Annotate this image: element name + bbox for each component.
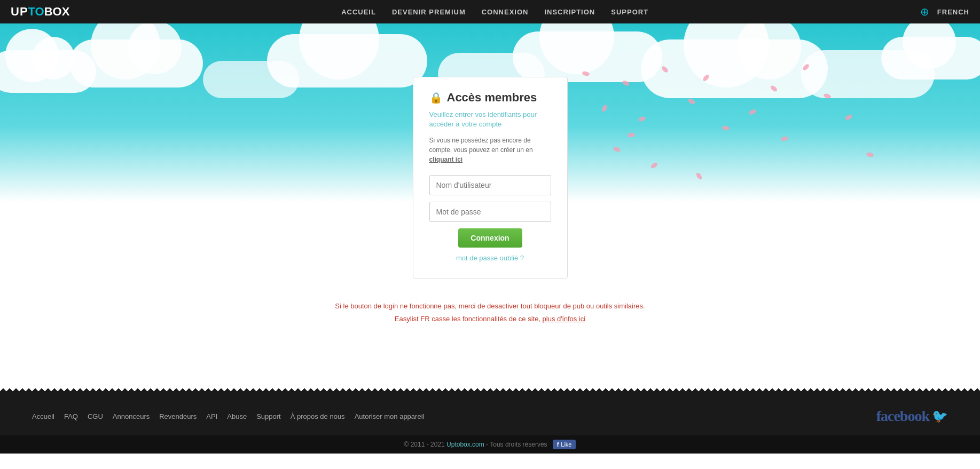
main-content: Si le bouton de login ne fonctionne pas,… [0,279,980,385]
footer-link-revendeurs[interactable]: Revendeurs [159,412,197,420]
cloud-2 [69,39,203,88]
logo: UPTOBOX [11,5,69,19]
petal [601,104,608,113]
nav-connexion[interactable]: CONNEXION [482,8,529,16]
login-desc-pre: Si vous ne possédez pas encore de compte… [429,137,533,154]
cloud-8 [801,50,935,98]
petal [695,172,703,180]
petal [866,152,874,157]
warning-line1: Si le bouton de login ne fonctionne pas,… [0,300,980,312]
cloud-1 [0,50,96,93]
petal [722,125,730,131]
hero-section: 🔒 Accès membres Veuillez entrer vos iden… [0,23,980,279]
petal [780,136,789,141]
copyright-bar: © 2011 - 2021 Uptobox.com - Tous droits … [0,435,980,454]
footer: Accueil FAQ CGU Annonceurs Revendeurs AP… [0,397,980,435]
copyright-text: © 2011 - 2021 Uptobox.com - Tous droits … [404,441,547,448]
petal [702,74,710,82]
footer-link-support[interactable]: Support [256,412,281,420]
petal [844,114,853,121]
footer-link-abuse[interactable]: Abuse [227,412,247,420]
petal [627,132,635,138]
language-label[interactable]: FRENCH [937,8,969,16]
password-input[interactable] [429,202,551,222]
main-nav: ACCUEIL DEVENIR PREMIUM CONNEXION INSCRI… [341,8,648,16]
connexion-button[interactable]: Connexion [458,228,522,248]
nav-accueil[interactable]: ACCUEIL [341,8,376,16]
footer-link-accueil[interactable]: Accueil [32,412,54,420]
copyright-suffix: - Tous droits réservés [484,441,547,448]
login-subtitle: Veuillez entrer vos identifiants pour ac… [429,110,551,129]
facebook-text[interactable]: facebook [876,408,929,425]
footer-social: facebook 🐦 [876,408,948,425]
logo-box: BOX [44,5,70,19]
copyright-prefix: © 2011 - 2021 [404,441,447,448]
header-right: ⊕ FRENCH [920,5,969,18]
cloud-9 [881,37,980,80]
warning-section: Si le bouton de login ne fonctionne pas,… [0,300,980,325]
nav-devenir-premium[interactable]: DEVENIR PREMIUM [392,8,466,16]
logo-up: UP [11,5,28,19]
warning-line2: Easylist FR casse les fonctionnalités de… [0,313,980,325]
cloud-3 [203,61,299,98]
petal [687,98,696,105]
petal [650,162,658,170]
cloud-4 [267,34,427,88]
header: UPTOBOX ACCUEIL DEVENIR PREMIUM CONNEXIO… [0,0,980,23]
petal [582,70,590,76]
like-button[interactable]: Like [553,440,576,449]
copyright-link[interactable]: Uptobox.com [446,441,484,448]
petal [802,63,810,71]
twitter-icon[interactable]: 🐦 [932,409,948,424]
nav-support[interactable]: SUPPORT [611,8,648,16]
language-icon[interactable]: ⊕ [920,5,929,18]
footer-link-autoriser[interactable]: Autoriser mon appareil [355,412,425,420]
footer-link-cgu[interactable]: CGU [88,412,103,420]
forgot-password-link[interactable]: mot de passe oublié ? [429,254,551,262]
cloud-7 [641,39,828,98]
like-label: Like [561,441,571,448]
nav-inscription[interactable]: INSCRIPTION [544,8,595,16]
petal [748,108,757,115]
cloud-6 [513,31,662,82]
zigzag-divider [0,385,980,397]
petal [613,146,621,153]
username-input[interactable] [429,175,551,195]
footer-link-api[interactable]: API [206,412,217,420]
login-title-text: Accès membres [447,91,537,105]
login-card: 🔒 Accès membres Veuillez entrer vos iden… [413,77,568,279]
login-title: 🔒 Accès membres [429,91,551,105]
petal [770,84,778,92]
footer-link-faq[interactable]: FAQ [64,412,78,420]
petal [823,93,832,99]
petal [622,80,630,86]
login-desc-link[interactable]: cliquant ici [429,156,463,163]
warning-line2-pre: Easylist FR casse les fonctionnalités de… [395,315,543,323]
petal [638,116,646,122]
login-desc: Si vous ne possédez pas encore de compte… [429,136,551,164]
footer-link-apropos[interactable]: À propos de nous [291,412,345,420]
lock-icon: 🔒 [429,91,443,104]
logo-to: TO [28,5,44,19]
footer-nav: Accueil FAQ CGU Annonceurs Revendeurs AP… [32,412,424,420]
footer-link-annonceurs[interactable]: Annonceurs [113,412,150,420]
warning-more-info-link[interactable]: plus d'infos ici [543,315,586,323]
petal [661,65,669,74]
